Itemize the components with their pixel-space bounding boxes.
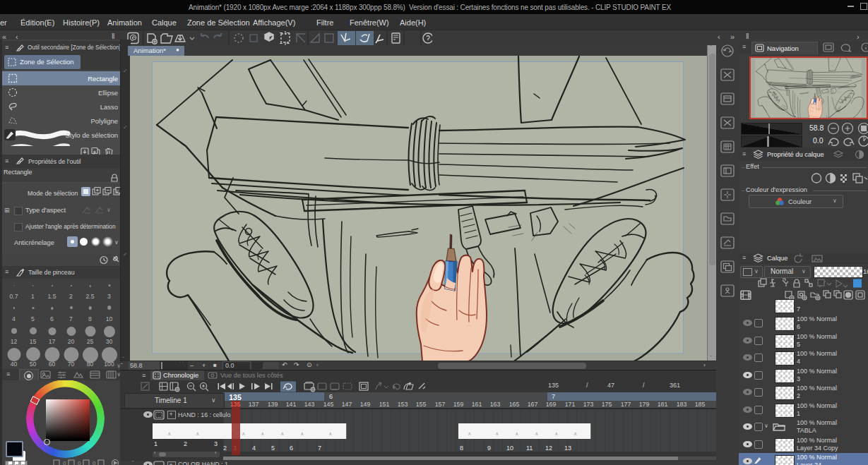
svg-text:0: 0: [93, 460, 96, 465]
svg-text:0: 0: [78, 460, 81, 465]
svg-text:0: 0: [63, 460, 66, 465]
